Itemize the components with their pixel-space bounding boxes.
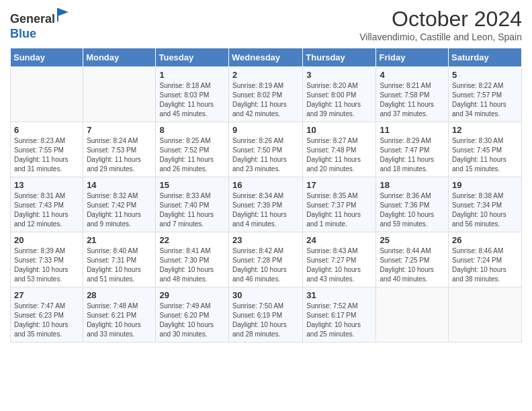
table-row: 30Sunrise: 7:50 AM Sunset: 6:19 PM Dayli… [229,287,303,342]
table-row: 5Sunrise: 8:22 AM Sunset: 7:57 PM Daylig… [449,67,522,122]
day-number: 8 [159,125,225,135]
day-number: 10 [306,125,372,135]
calendar-week-row: 20Sunrise: 8:39 AM Sunset: 7:33 PM Dayli… [11,232,522,287]
day-info: Sunrise: 8:29 AM Sunset: 7:47 PM Dayligh… [380,136,445,174]
col-friday: Friday [376,48,449,67]
day-info: Sunrise: 8:42 AM Sunset: 7:28 PM Dayligh… [232,246,299,284]
table-row: 16Sunrise: 8:34 AM Sunset: 7:39 PM Dayli… [229,177,303,232]
table-row: 2Sunrise: 8:19 AM Sunset: 8:02 PM Daylig… [229,67,303,122]
day-info: Sunrise: 8:44 AM Sunset: 7:25 PM Dayligh… [380,246,445,284]
table-row: 14Sunrise: 8:32 AM Sunset: 7:42 PM Dayli… [83,177,156,232]
day-info: Sunrise: 8:21 AM Sunset: 7:58 PM Dayligh… [380,81,445,119]
calendar-week-row: 6Sunrise: 8:23 AM Sunset: 7:55 PM Daylig… [11,122,522,177]
day-number: 3 [306,70,372,80]
day-info: Sunrise: 7:50 AM Sunset: 6:19 PM Dayligh… [232,302,299,339]
day-info: Sunrise: 8:19 AM Sunset: 8:02 PM Dayligh… [232,81,299,119]
day-number: 19 [452,180,518,190]
calendar-week-row: 1Sunrise: 8:18 AM Sunset: 8:03 PM Daylig… [11,67,522,122]
table-row: 6Sunrise: 8:23 AM Sunset: 7:55 PM Daylig… [11,122,83,177]
table-row: 28Sunrise: 7:48 AM Sunset: 6:21 PM Dayli… [83,287,156,342]
day-number: 25 [380,235,445,245]
day-info: Sunrise: 8:22 AM Sunset: 7:57 PM Dayligh… [452,81,518,119]
day-info: Sunrise: 8:18 AM Sunset: 8:03 PM Dayligh… [159,81,225,119]
header: General Blue October 2024 Villavendimio,… [10,7,522,42]
logo-blue-text: Blue [10,27,36,40]
table-row: 17Sunrise: 8:35 AM Sunset: 7:37 PM Dayli… [303,177,376,232]
table-row [83,67,156,122]
col-tuesday: Tuesday [156,48,229,67]
table-row [11,67,83,122]
day-info: Sunrise: 7:49 AM Sunset: 6:20 PM Dayligh… [159,302,225,339]
table-row: 21Sunrise: 8:40 AM Sunset: 7:31 PM Dayli… [83,232,156,287]
day-info: Sunrise: 8:36 AM Sunset: 7:36 PM Dayligh… [380,191,445,229]
day-number: 9 [232,125,299,135]
day-info: Sunrise: 8:38 AM Sunset: 7:34 PM Dayligh… [452,191,518,229]
day-number: 14 [87,180,152,190]
table-row: 11Sunrise: 8:29 AM Sunset: 7:47 PM Dayli… [376,122,449,177]
day-info: Sunrise: 8:33 AM Sunset: 7:40 PM Dayligh… [159,191,225,229]
day-number: 16 [232,180,299,190]
day-info: Sunrise: 8:30 AM Sunset: 7:45 PM Dayligh… [452,136,518,174]
table-row: 10Sunrise: 8:27 AM Sunset: 7:48 PM Dayli… [303,122,376,177]
day-number: 13 [14,180,79,190]
table-row: 12Sunrise: 8:30 AM Sunset: 7:45 PM Dayli… [449,122,522,177]
table-row: 24Sunrise: 8:43 AM Sunset: 7:27 PM Dayli… [303,232,376,287]
calendar-week-row: 13Sunrise: 8:31 AM Sunset: 7:43 PM Dayli… [11,177,522,232]
day-info: Sunrise: 8:39 AM Sunset: 7:33 PM Dayligh… [14,246,79,284]
day-info: Sunrise: 7:48 AM Sunset: 6:21 PM Dayligh… [87,302,152,339]
calendar-week-row: 27Sunrise: 7:47 AM Sunset: 6:23 PM Dayli… [11,287,522,342]
table-row: 1Sunrise: 8:18 AM Sunset: 8:03 PM Daylig… [156,67,229,122]
day-number: 28 [87,290,152,300]
day-info: Sunrise: 8:24 AM Sunset: 7:53 PM Dayligh… [87,136,152,174]
table-row: 15Sunrise: 8:33 AM Sunset: 7:40 PM Dayli… [156,177,229,232]
table-row: 23Sunrise: 8:42 AM Sunset: 7:28 PM Dayli… [229,232,303,287]
day-number: 17 [306,180,372,190]
col-sunday: Sunday [11,48,83,67]
title-block: October 2024 Villavendimio, Castille and… [359,7,522,42]
day-info: Sunrise: 7:52 AM Sunset: 6:17 PM Dayligh… [306,302,372,339]
day-number: 29 [159,290,225,300]
day-info: Sunrise: 8:26 AM Sunset: 7:50 PM Dayligh… [232,136,299,174]
day-number: 5 [452,70,518,80]
table-row: 20Sunrise: 8:39 AM Sunset: 7:33 PM Dayli… [11,232,83,287]
table-row: 13Sunrise: 8:31 AM Sunset: 7:43 PM Dayli… [11,177,83,232]
table-row: 8Sunrise: 8:25 AM Sunset: 7:52 PM Daylig… [156,122,229,177]
col-saturday: Saturday [449,48,522,67]
table-row: 3Sunrise: 8:20 AM Sunset: 8:00 PM Daylig… [303,67,376,122]
day-number: 1 [159,70,225,80]
day-number: 21 [87,235,152,245]
svg-marker-0 [58,8,69,16]
table-row: 7Sunrise: 8:24 AM Sunset: 7:53 PM Daylig… [83,122,156,177]
day-number: 20 [14,235,79,245]
calendar-table: Sunday Monday Tuesday Wednesday Thursday… [10,48,522,342]
logo-general-text: General [10,12,55,26]
location-subtitle: Villavendimio, Castille and Leon, Spain [359,32,522,42]
day-info: Sunrise: 8:35 AM Sunset: 7:37 PM Dayligh… [306,191,372,229]
day-info: Sunrise: 8:23 AM Sunset: 7:55 PM Dayligh… [14,136,79,174]
col-thursday: Thursday [303,48,376,67]
col-wednesday: Wednesday [229,48,303,67]
month-title: October 2024 [359,7,522,32]
day-number: 7 [87,125,152,135]
table-row: 9Sunrise: 8:26 AM Sunset: 7:50 PM Daylig… [229,122,303,177]
table-row: 27Sunrise: 7:47 AM Sunset: 6:23 PM Dayli… [11,287,83,342]
day-info: Sunrise: 7:47 AM Sunset: 6:23 PM Dayligh… [14,302,79,339]
table-row: 25Sunrise: 8:44 AM Sunset: 7:25 PM Dayli… [376,232,449,287]
table-row: 18Sunrise: 8:36 AM Sunset: 7:36 PM Dayli… [376,177,449,232]
page: General Blue October 2024 Villavendimio,… [0,0,532,353]
day-number: 31 [306,290,372,300]
table-row: 31Sunrise: 7:52 AM Sunset: 6:17 PM Dayli… [303,287,376,342]
day-info: Sunrise: 8:20 AM Sunset: 8:00 PM Dayligh… [306,81,372,119]
table-row: 26Sunrise: 8:46 AM Sunset: 7:24 PM Dayli… [449,232,522,287]
day-info: Sunrise: 8:25 AM Sunset: 7:52 PM Dayligh… [159,136,225,174]
table-row [449,287,522,342]
day-number: 18 [380,180,445,190]
day-number: 27 [14,290,79,300]
day-number: 24 [306,235,372,245]
day-info: Sunrise: 8:40 AM Sunset: 7:31 PM Dayligh… [87,246,152,284]
table-row: 29Sunrise: 7:49 AM Sunset: 6:20 PM Dayli… [156,287,229,342]
day-number: 6 [14,125,79,135]
day-number: 26 [452,235,518,245]
day-number: 22 [159,235,225,245]
day-info: Sunrise: 8:46 AM Sunset: 7:24 PM Dayligh… [452,246,518,284]
